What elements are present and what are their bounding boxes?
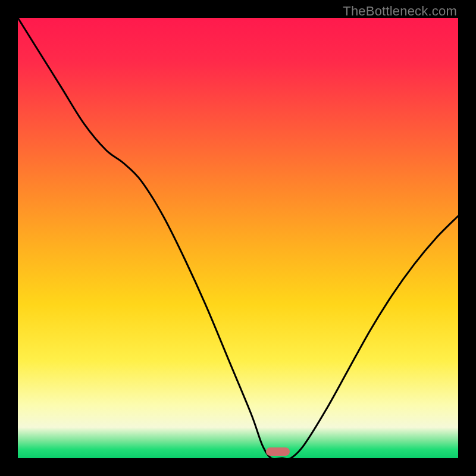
- plot-area: [18, 18, 458, 458]
- optimal-marker: [266, 447, 290, 456]
- bottleneck-curve: [18, 18, 458, 458]
- curve-path: [18, 18, 458, 458]
- chart-frame: TheBottleneck.com: [0, 0, 476, 476]
- watermark-text: TheBottleneck.com: [343, 4, 457, 19]
